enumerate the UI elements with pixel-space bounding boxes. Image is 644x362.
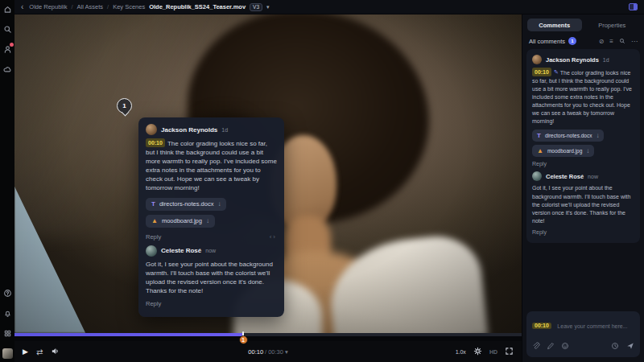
video-frame[interactable]: 1 Jackson Reynolds 1d 00:10The color gra… <box>14 14 522 333</box>
emoji-icon[interactable] <box>561 339 569 353</box>
attachment-doc[interactable]: T directors-notes.docx ↓ <box>532 130 604 142</box>
avatar <box>146 124 157 135</box>
search-comments-icon[interactable] <box>619 38 625 44</box>
bell-icon[interactable] <box>2 308 12 318</box>
back-chevron-icon[interactable]: ‹ <box>21 3 23 11</box>
version-badge[interactable]: V3 <box>250 3 262 11</box>
reply-body: Got it, I see your point about the backg… <box>146 260 277 296</box>
timestamp-badge[interactable]: 00:10 <box>146 138 165 147</box>
timeline-comment-marker[interactable]: 1 <box>239 335 248 344</box>
document-icon: T <box>151 200 155 208</box>
panel-toggle-icon[interactable] <box>629 3 638 10</box>
panel-tabs: Comments Properties <box>522 14 644 35</box>
comments-list[interactable]: Jackson Reynolds 1d 00:10✎The color grad… <box>522 49 644 307</box>
chevron-down-icon: ▾ <box>285 348 288 356</box>
attachment-name: moodboard.jpg <box>162 217 202 224</box>
user-avatar[interactable] <box>2 348 13 359</box>
reply-author: Celeste Rosé <box>546 173 584 180</box>
attachment-image[interactable]: ▲ moodboard.jpg ↓ <box>532 145 594 157</box>
settings-gear-icon[interactable] <box>473 347 482 356</box>
filter-label[interactable]: All comments <box>529 38 565 45</box>
reply-time: now <box>205 248 216 253</box>
reply-time: now <box>588 174 598 179</box>
comment-popup: Jackson Reynolds 1d 00:10The color gradi… <box>138 117 284 317</box>
image-icon: ▲ <box>537 147 543 154</box>
timestamp-clock-icon[interactable] <box>611 339 619 353</box>
comment-author: Jackson Reynolds <box>161 126 217 134</box>
attach-icon[interactable] <box>532 339 540 353</box>
more-options-icon[interactable]: ⋯ <box>631 38 638 45</box>
volume-icon[interactable] <box>51 344 60 359</box>
timecode[interactable]: 00:10 / 00:30 ▾ <box>248 348 287 356</box>
breadcrumb-project[interactable]: Olde Republik <box>29 3 67 10</box>
document-icon: T <box>537 132 541 139</box>
play-button[interactable]: ▶ <box>23 348 28 356</box>
quality-badge[interactable]: HD <box>489 349 497 355</box>
reply-body: Got it, I see your point about the backg… <box>532 184 634 225</box>
timeline[interactable]: 1 <box>14 333 522 341</box>
composer-timestamp-badge[interactable]: 00:10 <box>532 323 551 329</box>
annotate-pen-icon[interactable] <box>547 339 555 353</box>
comment-author: Jackson Reynolds <box>546 56 599 64</box>
reply-button[interactable]: Reply <box>146 233 161 241</box>
playback-controls: ▶ ⇄ 00:10 / 00:30 ▾ 1.0x <box>14 341 522 362</box>
comment-composer[interactable]: 00:10 Leave your comment here... <box>526 311 640 357</box>
apps-grid-icon[interactable] <box>2 328 12 338</box>
comment-marker-pin[interactable]: 1 <box>117 98 133 119</box>
composer-input[interactable]: Leave your comment here... <box>557 323 627 329</box>
filter-annotations-icon[interactable]: ⊘ <box>599 38 605 45</box>
attachment-image[interactable]: ▲ moodboard.jpg ↓ <box>146 215 215 228</box>
comment-text: The color grading looks nice so far, but… <box>532 70 632 125</box>
help-icon[interactable] <box>2 288 12 298</box>
breadcrumb-separator: / <box>107 3 109 10</box>
notification-dot <box>10 43 14 47</box>
avatar <box>146 245 157 257</box>
attachment-name: directors-notes.docx <box>159 200 214 208</box>
download-icon[interactable]: ↓ <box>596 132 599 139</box>
breadcrumb-key-scenes[interactable]: Key Scenes <box>113 3 145 10</box>
reply-button[interactable]: Reply <box>532 229 547 235</box>
download-icon[interactable]: ↓ <box>586 147 589 154</box>
comment-time: 1d <box>603 57 609 63</box>
app-window: ‹ Olde Republik / All Assets / Key Scene… <box>0 0 644 362</box>
avatar <box>532 171 542 181</box>
annotation-pen-icon: ✎ <box>554 68 559 76</box>
fullscreen-icon[interactable] <box>505 347 514 356</box>
send-comment-icon[interactable] <box>626 339 634 353</box>
comment-text: The color grading looks nice so far, but… <box>146 140 277 192</box>
popup-pager-icons[interactable]: ‹› <box>270 233 277 241</box>
timecode-separator: / <box>265 348 266 356</box>
attachment-name: directors-notes.docx <box>545 133 592 138</box>
download-icon[interactable]: ↓ <box>217 200 221 208</box>
breadcrumb-all-assets[interactable]: All Assets <box>77 3 104 10</box>
contacts-icon[interactable] <box>2 44 12 54</box>
playback-speed[interactable]: 1.0x <box>456 349 466 355</box>
home-icon[interactable] <box>2 4 12 14</box>
asset-filename[interactable]: Olde_Republik_SS24_Teaser.mov <box>149 3 246 10</box>
download-icon[interactable]: ↓ <box>206 217 209 224</box>
top-bar: ‹ Olde Republik / All Assets / Key Scene… <box>14 0 644 14</box>
reply-author: Celeste Rosé <box>161 247 201 254</box>
chevron-down-icon[interactable]: ▾ <box>266 4 270 10</box>
reply-button[interactable]: Reply <box>532 161 547 167</box>
attachment-doc[interactable]: T directors-notes.docx ↓ <box>146 198 226 211</box>
comments-panel: Comments Properties All comments 1 ⊘ ≡ ⋯ <box>522 14 644 362</box>
reply-button[interactable]: Reply <box>146 300 161 307</box>
comment-count-badge: 1 <box>568 37 576 45</box>
uploads-cloud-icon[interactable] <box>2 64 12 74</box>
tab-comments[interactable]: Comments <box>527 19 582 31</box>
comment-thread[interactable]: Jackson Reynolds 1d 00:10✎The color grad… <box>526 49 640 243</box>
comment-time: 1d <box>221 127 228 133</box>
sort-icon[interactable]: ≡ <box>609 38 613 45</box>
breadcrumb-separator: / <box>71 3 72 10</box>
timeline-progress <box>14 333 243 336</box>
left-sidebar <box>0 0 14 362</box>
comments-filter-row: All comments 1 ⊘ ≡ ⋯ <box>522 35 644 49</box>
search-icon[interactable] <box>2 24 12 34</box>
tab-properties[interactable]: Properties <box>585 19 640 31</box>
timestamp-badge[interactable]: 00:10 <box>532 68 551 76</box>
current-time: 00:10 <box>248 348 263 356</box>
loop-icon[interactable]: ⇄ <box>36 348 43 356</box>
comment-body: 00:10✎The color grading looks nice so fa… <box>532 68 634 125</box>
duration: 00:30 <box>268 348 283 356</box>
